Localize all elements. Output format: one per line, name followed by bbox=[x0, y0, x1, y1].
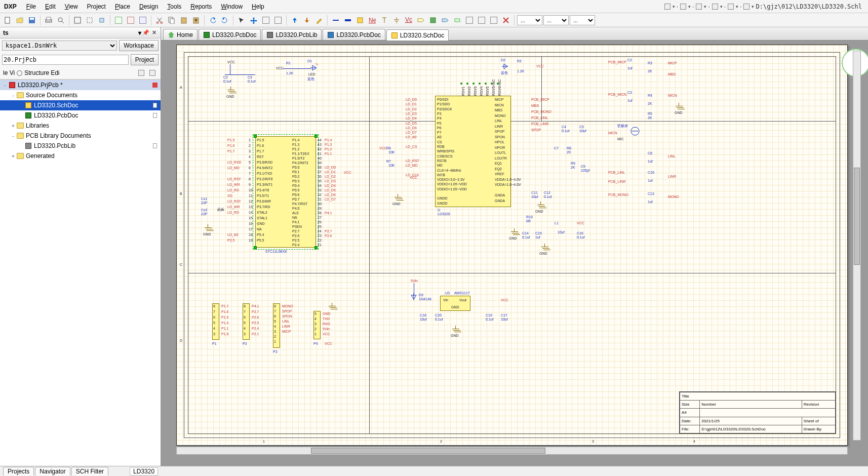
menu-place[interactable]: Place bbox=[110, 3, 135, 10]
app-brand[interactable]: DXP bbox=[3, 3, 22, 10]
project-tree[interactable]: -LD3320.PrjPcb *-Source DocumentsLD3320.… bbox=[0, 80, 161, 466]
schematic-sheet[interactable]: A B C D 1 2 3 4 VCC C2 0.1uf C3 bbox=[176, 45, 848, 446]
menu-file[interactable]: File bbox=[22, 3, 41, 10]
dropdown-icon[interactable]: ▾ bbox=[704, 4, 708, 9]
redo-button[interactable] bbox=[219, 15, 230, 26]
dropdown-icon[interactable]: ▾ bbox=[688, 4, 692, 9]
zoom-sel-button[interactable] bbox=[96, 15, 107, 26]
status-tab-navigator[interactable]: Navigator bbox=[35, 467, 70, 475]
compile-icon[interactable] bbox=[137, 68, 146, 77]
place-sheet-entry-button[interactable] bbox=[440, 15, 451, 26]
paste-special-button[interactable]: + bbox=[190, 15, 202, 26]
place-port-button[interactable] bbox=[415, 15, 426, 26]
tree-row[interactable]: +Generated bbox=[0, 151, 161, 161]
place-vcc-button[interactable]: Vcc bbox=[403, 15, 414, 26]
doc-tab[interactable]: LD3320.SchDoc bbox=[386, 29, 449, 41]
place-wire-button[interactable] bbox=[330, 15, 341, 26]
place-netlabel-button[interactable]: Net bbox=[367, 15, 378, 26]
dropdown-icon[interactable]: ▾ bbox=[720, 4, 724, 9]
tool-icon-4[interactable] bbox=[711, 2, 720, 11]
dropdown-icon[interactable]: ▾ bbox=[752, 4, 756, 9]
tree-row[interactable]: +Libraries bbox=[0, 121, 161, 131]
scrollbar-thumb[interactable] bbox=[311, 448, 545, 454]
place-sheet-button[interactable] bbox=[427, 15, 439, 26]
close-icon[interactable]: ✕ bbox=[150, 29, 157, 36]
doc-tab[interactable]: LD3320.PcbDoc bbox=[323, 29, 385, 40]
dropdown-icon[interactable]: ▾ bbox=[138, 29, 141, 36]
undo-button[interactable] bbox=[207, 15, 218, 26]
filter-combo-1[interactable]: ... bbox=[543, 15, 569, 25]
vertical-scrollbar[interactable] bbox=[853, 51, 861, 441]
tb-generic-1[interactable] bbox=[113, 15, 124, 26]
tree-row[interactable]: -LD3320.PrjPcb * bbox=[0, 80, 161, 90]
tree-expander[interactable]: - bbox=[2, 83, 8, 88]
tree-expander[interactable]: - bbox=[10, 133, 16, 139]
save-button[interactable] bbox=[26, 15, 37, 26]
tree-expander[interactable]: + bbox=[10, 153, 16, 159]
dropdown-icon[interactable]: ▾ bbox=[736, 4, 740, 9]
tree-row[interactable]: LD3320.PcbLib bbox=[0, 141, 161, 151]
scrollbar-thumb[interactable] bbox=[854, 168, 860, 265]
place-harness-button[interactable] bbox=[452, 15, 463, 26]
tb-generic-4[interactable] bbox=[260, 15, 271, 26]
tree-row[interactable]: LD3320.SchDoc bbox=[0, 100, 161, 110]
down-level-button[interactable] bbox=[301, 15, 312, 26]
tree-expander[interactable]: - bbox=[10, 93, 16, 98]
menu-window[interactable]: Window bbox=[216, 3, 247, 10]
place-part-button[interactable] bbox=[354, 15, 366, 26]
structure-radio[interactable] bbox=[17, 70, 22, 76]
doc-tab[interactable]: Home bbox=[163, 29, 198, 40]
menu-design[interactable]: Design bbox=[135, 3, 163, 10]
dropdown-icon[interactable]: ▾ bbox=[673, 4, 677, 9]
paste-button[interactable] bbox=[178, 15, 189, 26]
doc-tab[interactable]: LD3320.PcbDoc bbox=[199, 29, 261, 40]
select-button[interactable] bbox=[236, 15, 247, 26]
zoom-area-button[interactable] bbox=[84, 15, 95, 26]
new-doc-button[interactable] bbox=[2, 15, 13, 26]
tree-row[interactable]: LD3320.PcbDoc bbox=[0, 110, 161, 121]
tb-generic-3[interactable] bbox=[137, 15, 148, 26]
cross-probe-button[interactable] bbox=[313, 15, 325, 26]
workspace-button[interactable]: Workspace bbox=[119, 40, 159, 51]
copy-button[interactable] bbox=[166, 15, 177, 26]
preview-button[interactable] bbox=[55, 15, 66, 26]
workspace-select[interactable]: kspace1.DsnWrk bbox=[2, 41, 117, 51]
cut-button[interactable] bbox=[154, 15, 165, 26]
place-bus-button[interactable] bbox=[342, 15, 353, 26]
doc-tab[interactable]: LD3320.PcbLib bbox=[262, 29, 322, 40]
tb-generic-2[interactable] bbox=[125, 15, 136, 26]
tool-icon-1[interactable] bbox=[663, 2, 672, 11]
menu-edit[interactable]: Edit bbox=[41, 3, 60, 10]
no-erc-button[interactable] bbox=[500, 15, 511, 26]
status-tab-schfilter[interactable]: SCH Filter bbox=[71, 467, 108, 475]
project-field[interactable] bbox=[2, 55, 129, 65]
tool-icon-5[interactable] bbox=[726, 2, 735, 11]
refresh-icon[interactable] bbox=[148, 68, 157, 77]
tool-icon-3[interactable] bbox=[694, 2, 703, 11]
grid-icon[interactable] bbox=[742, 2, 751, 11]
place-power-button[interactable] bbox=[379, 15, 390, 26]
zoom-fit-button[interactable] bbox=[72, 15, 83, 26]
menu-tools[interactable]: Tools bbox=[163, 3, 186, 10]
tb-place-2[interactable] bbox=[476, 15, 487, 26]
tb-generic-5[interactable] bbox=[272, 15, 284, 26]
tree-expander[interactable]: + bbox=[10, 123, 16, 129]
schematic-canvas[interactable]: A B C D 1 2 3 4 VCC C2 0.1uf C3 bbox=[161, 41, 868, 466]
horizontal-scrollbar[interactable] bbox=[176, 447, 848, 455]
status-tab-projects[interactable]: Projects bbox=[3, 467, 34, 475]
place-gnd-button[interactable] bbox=[391, 15, 402, 26]
tb-place-1[interactable] bbox=[464, 15, 475, 26]
menu-project[interactable]: Project bbox=[83, 3, 110, 10]
tree-row[interactable]: -Source Documents bbox=[0, 90, 161, 100]
pin-icon[interactable]: 📌 bbox=[142, 29, 149, 36]
up-level-button[interactable] bbox=[289, 15, 300, 26]
tb-place-3[interactable] bbox=[488, 15, 499, 26]
project-button[interactable]: Project bbox=[131, 54, 159, 65]
menu-reports[interactable]: Reports bbox=[186, 3, 216, 10]
menu-help[interactable]: Help bbox=[247, 3, 269, 10]
print-button[interactable] bbox=[43, 15, 54, 26]
open-button[interactable] bbox=[14, 15, 25, 26]
move-button[interactable] bbox=[248, 15, 259, 26]
filter-combo-2[interactable]: ... bbox=[570, 15, 595, 25]
mask-level-combo[interactable]: ... bbox=[517, 15, 542, 25]
